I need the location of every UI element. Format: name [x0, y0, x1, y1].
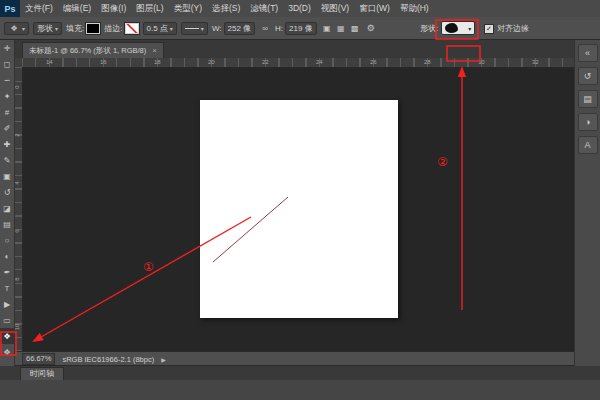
- path-alignment-icon[interactable]: ▦: [335, 22, 347, 34]
- timeline-body: [0, 380, 600, 399]
- ruler-number: 14: [46, 58, 53, 67]
- document-tab-bar: 未标题-1 @ 66.7% (形状 1, RGB/8) ×: [14, 40, 575, 58]
- healing-brush-tool[interactable]: ✚: [0, 136, 14, 152]
- status-bar: 66.67% sRGB IEC61966-2.1 (8bpc) ▶: [14, 351, 575, 366]
- properties-panel-icon[interactable]: ▤: [578, 90, 598, 108]
- height-group: H: 219 像: [275, 22, 317, 35]
- zoom-level-field[interactable]: 66.67%: [22, 353, 55, 365]
- menu-item[interactable]: 选择(S): [207, 0, 245, 17]
- shape-label: 形状:: [420, 23, 438, 34]
- lasso-tool[interactable]: ∽: [0, 72, 14, 88]
- type-tool[interactable]: T: [0, 280, 14, 296]
- brush-tool[interactable]: ✎: [0, 152, 14, 168]
- menu-item[interactable]: 文件(F): [20, 0, 58, 17]
- close-icon[interactable]: ×: [152, 46, 157, 55]
- align-edges-checkbox[interactable]: ✓: [484, 24, 494, 34]
- quick-selection-tool[interactable]: ✦: [0, 88, 14, 104]
- crop-tool[interactable]: #: [0, 104, 14, 120]
- menu-item[interactable]: 图层(L): [131, 0, 168, 17]
- shape-picker-group: 形状: ▾: [420, 21, 475, 35]
- tool-mode-select[interactable]: 形状 ▾: [33, 22, 62, 35]
- pen-tool[interactable]: ✒: [0, 264, 14, 280]
- blur-tool[interactable]: ○: [0, 232, 14, 248]
- path-op-icons: ▣▦▩: [321, 22, 361, 34]
- align-edges-group: ✓ 对齐边缘: [484, 23, 529, 34]
- history-panel-icon[interactable]: ↺: [578, 67, 598, 85]
- path-arrange-icon[interactable]: ▩: [349, 22, 361, 34]
- ruler-number: 20: [208, 58, 215, 67]
- stroke-width-value: 0.5 点: [147, 23, 168, 34]
- menu-items: 文件(F)编辑(E)图像(I)图层(L)类型(Y)选择(S)滤镜(T)3D(D)…: [20, 0, 434, 17]
- width-group: W: 252 像: [212, 22, 255, 35]
- chevron-down-icon: ▾: [468, 25, 471, 32]
- color-profile-text: sRGB IEC61966-2.1 (8bpc): [62, 355, 154, 364]
- custom-shape-thumbnail-icon: [445, 23, 458, 33]
- stroke-group: 描边:: [104, 23, 138, 34]
- ruler-number: 22: [262, 58, 269, 67]
- stroke-style-select[interactable]: ▾: [181, 22, 208, 35]
- fill-label: 填充:: [66, 23, 84, 34]
- height-input[interactable]: 219 像: [285, 22, 317, 35]
- ruler-number: 18: [154, 58, 161, 67]
- menu-item[interactable]: 视图(V): [316, 0, 354, 17]
- fill-swatch[interactable]: [86, 23, 100, 34]
- eraser-tool[interactable]: ◪: [0, 200, 14, 216]
- status-popup-arrow-icon[interactable]: ▶: [161, 356, 166, 363]
- document-tab-title: 未标题-1 @ 66.7% (形状 1, RGB/8): [29, 46, 146, 56]
- gradient-tool[interactable]: ▤: [0, 216, 14, 232]
- character-panel-icon[interactable]: A: [578, 136, 598, 154]
- menu-item[interactable]: 窗口(W): [354, 0, 395, 17]
- tab-timeline[interactable]: 时间轴: [20, 367, 64, 380]
- align-edges-label: 对齐边缘: [497, 23, 529, 34]
- photoshop-logo-icon: Ps: [0, 0, 20, 17]
- chevron-down-icon: ▾: [22, 25, 25, 32]
- adjustments-panel-icon[interactable]: ◑: [578, 113, 598, 131]
- stroke-style-icon: [185, 28, 199, 29]
- ruler-vertical: 0246810: [14, 67, 23, 352]
- stroke-width-field[interactable]: 0.5 点 ▾: [143, 22, 177, 35]
- document-tab[interactable]: 未标题-1 @ 66.7% (形状 1, RGB/8) ×: [22, 42, 164, 58]
- link-dimensions-icon[interactable]: ∞: [259, 22, 271, 34]
- clone-stamp-tool[interactable]: ▣: [0, 168, 14, 184]
- ruler-number: 28: [424, 58, 431, 67]
- eyedropper-tool[interactable]: ✐: [0, 120, 14, 136]
- canvas-viewport[interactable]: [22, 67, 575, 352]
- custom-shape-tool[interactable]: ❖: [0, 328, 14, 344]
- ruler-number: 16: [100, 58, 107, 67]
- chevron-down-icon: ▾: [55, 25, 58, 32]
- ruler-number: 24: [316, 58, 323, 67]
- expand-panels-icon[interactable]: «: [578, 44, 598, 62]
- custom-shape-picker[interactable]: ▾: [441, 21, 475, 35]
- current-tool-icon: ❖: [8, 22, 20, 34]
- width-input[interactable]: 252 像: [224, 22, 256, 35]
- menu-item[interactable]: 滤镜(T): [245, 0, 283, 17]
- path-operations-icon[interactable]: ▣: [321, 22, 333, 34]
- timeline-tabbar: 时间轴: [0, 366, 600, 380]
- menu-item[interactable]: 类型(Y): [169, 0, 207, 17]
- path-selection-tool[interactable]: ▶: [0, 296, 14, 312]
- gear-icon[interactable]: ⚙: [367, 23, 375, 33]
- stroke-label: 描边:: [104, 23, 122, 34]
- menu-bar: Ps 文件(F)编辑(E)图像(I)图层(L)类型(Y)选择(S)滤镜(T)3D…: [0, 0, 600, 18]
- document-canvas[interactable]: [200, 100, 398, 318]
- timeline-panel: 时间轴: [0, 365, 600, 400]
- rectangular-marquee-tool[interactable]: ◻: [0, 56, 14, 72]
- menu-item[interactable]: 编辑(E): [58, 0, 96, 17]
- ruler-horizontal: 14161820222426283032: [22, 58, 575, 68]
- rectangle-tool[interactable]: ▭: [0, 312, 14, 328]
- history-brush-tool[interactable]: ↺: [0, 184, 14, 200]
- ruler-number: 32: [532, 58, 539, 67]
- tool-column: ✛◻∽✦#✐✚✎▣↺◪▤○◐✒T▶▭❖✥: [0, 40, 15, 366]
- hand-tool[interactable]: ✥: [0, 344, 14, 360]
- menu-item[interactable]: 图像(I): [96, 0, 131, 17]
- move-tool[interactable]: ✛: [0, 40, 14, 56]
- dodge-tool[interactable]: ◐: [0, 248, 14, 264]
- tool-options-bar: ❖ ▾ 形状 ▾ 填充: 描边: 0.5 点 ▾ ▾ W: 252 像 ∞ H:…: [0, 17, 600, 40]
- menu-item[interactable]: 帮助(H): [395, 0, 434, 17]
- fill-group: 填充:: [66, 23, 100, 34]
- stroke-swatch[interactable]: [125, 23, 139, 34]
- tool-preset-picker[interactable]: ❖ ▾: [4, 22, 29, 35]
- chevron-down-icon: ▾: [201, 25, 204, 32]
- menu-item[interactable]: 3D(D): [283, 0, 316, 17]
- chevron-down-icon: ▾: [170, 25, 173, 32]
